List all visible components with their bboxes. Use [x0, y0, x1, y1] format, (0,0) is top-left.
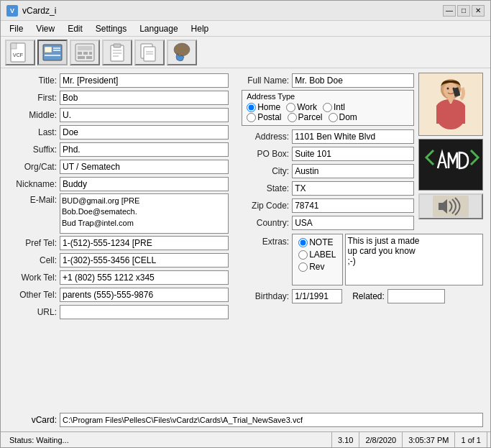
address-row: Address:	[240, 129, 414, 145]
radio-dom-input[interactable]	[329, 113, 338, 122]
minimize-button[interactable]: —	[443, 5, 456, 17]
menu-edit[interactable]: Edit	[62, 22, 88, 35]
cell-input[interactable]	[60, 253, 229, 268]
version-text: 3.10	[332, 432, 359, 447]
radio-rev[interactable]: Rev	[298, 262, 336, 272]
nickname-label: Nickname:	[8, 179, 57, 189]
close-button[interactable]: ✕	[472, 5, 485, 17]
menubar: File View Edit Settings Language Help	[1, 21, 490, 37]
clipboard-button[interactable]	[102, 40, 132, 65]
extras-label: Extras:	[240, 237, 289, 247]
toolbar: VCF	[1, 37, 490, 68]
nickname-row: Nickname:	[8, 176, 229, 192]
card-view-button[interactable]	[37, 40, 68, 65]
radio-dom[interactable]: Dom	[329, 112, 357, 122]
middle-label: Middle:	[8, 110, 57, 120]
city-row: City:	[240, 163, 414, 179]
app-icon: V	[6, 5, 18, 17]
radio-parcel[interactable]: Parcel	[288, 112, 323, 122]
country-label: Country:	[240, 218, 289, 228]
svg-point-30	[447, 88, 449, 90]
extras-textarea[interactable]: This is just a made up card you know ;-)	[345, 234, 484, 285]
window-title: vCardz_i	[22, 6, 56, 16]
radio-home[interactable]: Home	[247, 102, 280, 112]
zipcode-input[interactable]	[292, 198, 414, 213]
new-button[interactable]	[134, 40, 165, 65]
record-text: 1 of 1	[455, 432, 487, 447]
radio-rev-input[interactable]	[298, 262, 308, 272]
radio-postal-input[interactable]	[247, 113, 256, 122]
address-radio-row1: Home Work Intl	[247, 102, 409, 112]
amd-logo-area	[418, 139, 483, 191]
last-input[interactable]	[60, 125, 229, 140]
menu-language[interactable]: Language	[134, 22, 183, 35]
cell-row: Cell:	[8, 252, 229, 268]
first-input[interactable]	[60, 91, 229, 105]
menu-view[interactable]: View	[30, 22, 60, 35]
email-row: E-Mail: BUD@gmail.org [PRE Bob.Doe@semat…	[8, 193, 229, 234]
state-input[interactable]	[292, 181, 414, 196]
radio-work[interactable]: Work	[286, 102, 317, 112]
svg-rect-16	[114, 44, 121, 47]
radio-label-input[interactable]	[298, 250, 308, 260]
radio-intl-input[interactable]	[323, 103, 332, 112]
state-row: State:	[240, 180, 414, 196]
country-input[interactable]	[292, 216, 414, 230]
statusbar: Status: Waiting... 3.10 2/8/2020 3:05:37…	[1, 431, 490, 447]
related-input[interactable]	[387, 289, 445, 303]
city-input[interactable]	[292, 164, 414, 178]
birthday-label: Birthday:	[240, 291, 289, 301]
title-label: Title:	[8, 76, 57, 86]
birthday-input[interactable]	[292, 289, 342, 303]
middle-input[interactable]	[60, 108, 229, 122]
vcard-input[interactable]	[60, 413, 483, 427]
othertel-input[interactable]	[60, 288, 229, 302]
pobox-row: PO Box:	[240, 146, 414, 162]
menu-file[interactable]: File	[4, 22, 29, 35]
menu-help[interactable]: Help	[185, 22, 215, 35]
zipcode-label: Zip Code:	[240, 201, 289, 211]
time-text: 3:05:37 PM	[403, 432, 455, 447]
first-row: First:	[8, 90, 229, 106]
preftel-input[interactable]	[60, 236, 229, 250]
address-input[interactable]	[292, 129, 414, 144]
worktel-input[interactable]	[60, 270, 229, 285]
suffix-input[interactable]	[60, 142, 229, 157]
menu-settings[interactable]: Settings	[90, 22, 132, 35]
title-input[interactable]	[60, 73, 229, 88]
radio-home-input[interactable]	[247, 103, 256, 112]
radio-work-input[interactable]	[286, 103, 295, 112]
radio-note-input[interactable]	[298, 238, 308, 247]
vcf-button[interactable]: VCF	[5, 40, 35, 65]
date-text: 2/8/2020	[359, 432, 403, 447]
svg-rect-12	[89, 52, 92, 55]
url-label: URL:	[8, 307, 57, 317]
url-input[interactable]	[60, 305, 229, 319]
radio-note[interactable]: NOTE	[298, 237, 336, 247]
radio-postal[interactable]: Postal	[247, 112, 281, 122]
type-button[interactable]	[70, 40, 100, 65]
nickname-input[interactable]	[60, 177, 229, 191]
state-label: State:	[240, 183, 289, 193]
svg-rect-11	[83, 52, 88, 55]
svg-rect-13	[78, 56, 85, 59]
fullname-input[interactable]	[292, 73, 414, 88]
pobox-input[interactable]	[292, 147, 414, 161]
worktel-label: Work Tel:	[8, 273, 57, 283]
sound-button[interactable]	[418, 193, 483, 219]
radio-parcel-input[interactable]	[288, 113, 297, 122]
city-label: City:	[240, 166, 289, 176]
maximize-button[interactable]: □	[457, 5, 470, 17]
first-label: First:	[8, 93, 57, 103]
email-label: E-Mail:	[8, 195, 57, 205]
orgcat-input[interactable]	[60, 160, 229, 174]
svg-rect-35	[419, 140, 482, 190]
radio-intl[interactable]: Intl	[323, 102, 345, 112]
email-input[interactable]: BUD@gmail.org [PRE Bob.Doe@sematech. Bud…	[60, 193, 229, 234]
status-text: Status: Waiting...	[4, 432, 332, 447]
title-row: Title:	[8, 73, 229, 88]
phone-button[interactable]	[167, 40, 197, 65]
radio-label[interactable]: LABEL	[298, 250, 336, 260]
suffix-label: Suffix:	[8, 145, 57, 155]
address-type-group: Address Type Home Work Intl	[242, 90, 414, 126]
